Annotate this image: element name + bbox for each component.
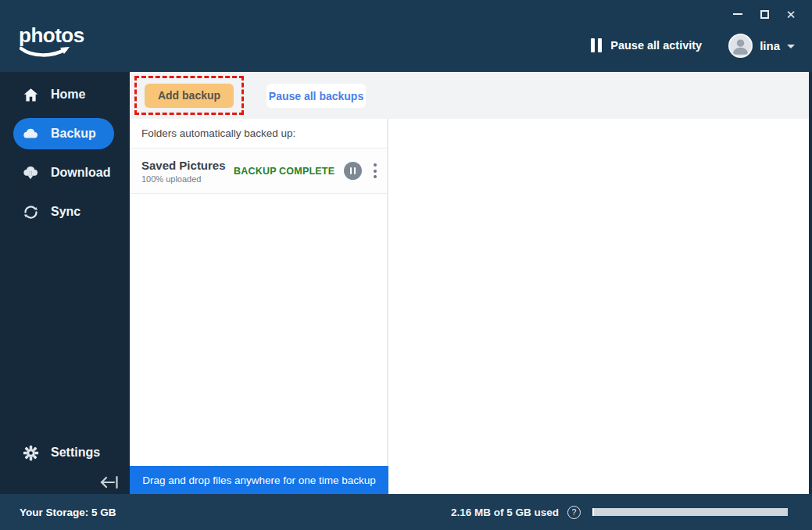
gear-icon bbox=[22, 444, 39, 461]
user-menu[interactable]: lina bbox=[728, 34, 795, 58]
close-icon: ✕ bbox=[786, 9, 796, 20]
username-label: lina bbox=[760, 39, 780, 52]
sidebar-item-label: Settings bbox=[51, 446, 100, 460]
drag-drop-banner[interactable]: Drag and drop files anywhere for one tim… bbox=[130, 466, 388, 494]
pause-all-activity-button[interactable]: Pause all activity bbox=[591, 38, 702, 52]
amazon-photos-logo: photos bbox=[19, 25, 81, 59]
usage-group: 2.16 MB of 5 GB used ? bbox=[451, 494, 788, 530]
sidebar: Home Backup Download bbox=[0, 72, 130, 494]
panel-header: Folders automatically backed up: bbox=[130, 119, 387, 149]
backup-status-badge: BACKUP COMPLETE bbox=[234, 166, 334, 177]
help-icon[interactable]: ? bbox=[567, 506, 581, 519]
sidebar-item-label: Backup bbox=[51, 127, 96, 141]
window-controls: ✕ bbox=[724, 3, 804, 25]
logo-text: photos bbox=[19, 25, 81, 45]
sidebar-item-home[interactable]: Home bbox=[0, 75, 130, 114]
minimize-icon bbox=[733, 13, 742, 15]
sidebar-item-label: Home bbox=[51, 88, 85, 102]
amazon-smile-icon bbox=[20, 46, 71, 59]
sidebar-item-download[interactable]: Download bbox=[0, 153, 130, 192]
cloud-icon bbox=[22, 125, 39, 142]
folder-progress: 100% uploaded bbox=[141, 174, 234, 184]
topbar: photos ✕ Pause all activity bbox=[0, 0, 812, 72]
sidebar-item-backup[interactable]: Backup bbox=[13, 118, 114, 149]
folder-name: Saved Pictures bbox=[141, 159, 234, 172]
maximize-icon bbox=[760, 10, 769, 19]
sidebar-item-sync[interactable]: Sync bbox=[0, 192, 130, 231]
folder-row[interactable]: Saved Pictures 100% uploaded BACKUP COMP… bbox=[130, 149, 387, 194]
annotation-highlight: Add backup bbox=[134, 76, 244, 115]
storage-label: Your Storage: 5 GB bbox=[20, 494, 116, 530]
folder-info: Saved Pictures 100% uploaded bbox=[141, 159, 234, 184]
cloud-download-icon bbox=[22, 164, 39, 181]
topbar-actions: Pause all activity lina bbox=[591, 32, 795, 59]
home-icon bbox=[22, 86, 39, 103]
collapse-sidebar-icon bbox=[99, 474, 120, 491]
minimize-button[interactable] bbox=[724, 3, 751, 25]
pause-folder-button[interactable] bbox=[344, 162, 362, 180]
sync-icon bbox=[22, 203, 39, 220]
pause-all-activity-label: Pause all activity bbox=[610, 39, 702, 52]
sidebar-item-label: Sync bbox=[51, 205, 80, 219]
amazon-photos-window: photos ✕ Pause all activity bbox=[0, 0, 812, 530]
chevron-down-icon bbox=[787, 45, 795, 48]
add-backup-button[interactable]: Add backup bbox=[145, 84, 234, 108]
sidebar-item-settings[interactable]: Settings bbox=[0, 433, 130, 472]
folder-options-menu-button[interactable] bbox=[368, 161, 382, 181]
usage-text: 2.16 MB of 5 GB used bbox=[451, 507, 559, 518]
collapse-sidebar-button[interactable] bbox=[98, 472, 120, 492]
storage-progress-fill bbox=[592, 508, 594, 516]
storage-progress-bar bbox=[592, 508, 788, 516]
backup-toolbar: Add backup Pause all backups bbox=[130, 72, 809, 119]
close-button[interactable]: ✕ bbox=[778, 3, 804, 25]
main-content: Add backup Pause all backups Folders aut… bbox=[130, 72, 809, 494]
person-icon bbox=[730, 35, 751, 56]
backup-folders-panel: Folders automatically backed up: Saved P… bbox=[130, 119, 388, 466]
avatar bbox=[728, 34, 753, 58]
pause-all-backups-button[interactable]: Pause all backups bbox=[266, 84, 366, 108]
maximize-button[interactable] bbox=[751, 3, 778, 25]
sidebar-item-label: Download bbox=[51, 166, 110, 180]
statusbar: Your Storage: 5 GB 2.16 MB of 5 GB used … bbox=[0, 494, 812, 530]
pause-icon bbox=[591, 38, 602, 52]
